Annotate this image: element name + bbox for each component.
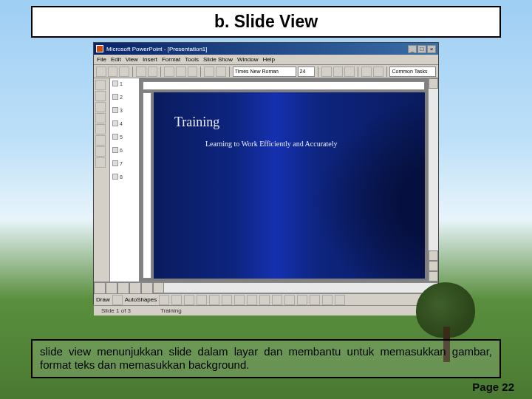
select-icon[interactable] (112, 295, 123, 305)
fillcolor-icon[interactable] (247, 295, 257, 305)
slide-content[interactable]: Training Learning to Work Efficiently an… (154, 92, 425, 279)
autoshapes-menu[interactable]: AutoShapes (125, 296, 157, 303)
menubar: File Edit View Insert Format Tools Slide… (94, 55, 438, 65)
menu-insert[interactable]: Insert (143, 56, 157, 63)
summary-icon[interactable] (95, 146, 106, 157)
demote-icon[interactable] (95, 91, 106, 101)
slide-view-icon[interactable] (117, 282, 129, 294)
show-formatting-icon[interactable] (95, 157, 106, 168)
menu-window[interactable]: Window (237, 56, 258, 63)
line-icon[interactable] (159, 295, 169, 305)
outline-item[interactable]: 2 (112, 94, 137, 100)
linestyle-icon[interactable] (284, 295, 295, 305)
textbox-icon[interactable] (209, 295, 219, 305)
scroll-up-icon[interactable] (429, 78, 438, 89)
oval-icon[interactable] (197, 295, 207, 305)
view-buttons (94, 282, 153, 293)
collapse-icon[interactable] (95, 124, 106, 134)
linecolor-icon[interactable] (259, 295, 270, 305)
outline-item[interactable]: 4 (112, 120, 137, 126)
paste-icon[interactable] (188, 66, 198, 77)
menu-format[interactable]: Format (162, 56, 180, 63)
outline-view-icon[interactable] (106, 282, 117, 294)
outline-item[interactable]: 5 (112, 134, 137, 140)
sorter-view-icon[interactable] (129, 282, 141, 294)
font-name-select[interactable]: Times New Roman (233, 66, 296, 77)
slideshow-view-icon[interactable] (141, 282, 153, 294)
common-tasks[interactable]: Common Tasks (389, 66, 435, 77)
scroll-left-icon[interactable] (154, 283, 164, 293)
outline-item[interactable]: 1 (112, 81, 137, 86)
arrowstyle-icon[interactable] (310, 295, 320, 305)
outline-item[interactable]: 3 (112, 107, 137, 113)
page-number: Page 22 (472, 381, 514, 393)
next-slide-icon[interactable] (429, 271, 438, 282)
draw-menu[interactable]: Draw (96, 296, 110, 303)
move-up-icon[interactable] (95, 102, 106, 112)
menu-slideshow[interactable]: Slide Show (203, 56, 233, 63)
outline-item[interactable]: 8 (112, 174, 137, 180)
description-text: slide view menunjukkan slide dalam layar… (40, 345, 492, 373)
save-icon[interactable] (119, 66, 129, 77)
normal-view-icon[interactable] (94, 282, 106, 294)
fontcolor-icon[interactable] (272, 295, 282, 305)
redo-icon[interactable] (216, 66, 226, 77)
ruler-vertical (143, 92, 151, 279)
promote-icon[interactable] (95, 80, 106, 90)
cut-icon[interactable] (164, 66, 174, 77)
font-size-select[interactable]: 24 (298, 66, 316, 77)
vertical-toolbar (94, 78, 110, 282)
scrollbar-horizontal[interactable] (153, 282, 438, 293)
wordart-icon[interactable] (222, 295, 232, 305)
window-buttons: _ □ × (408, 45, 436, 53)
menu-view[interactable]: View (126, 56, 138, 63)
clipart-icon[interactable] (234, 295, 245, 305)
scrollbar-vertical[interactable] (428, 78, 438, 282)
3d-icon[interactable] (335, 295, 345, 305)
title-box: b. Slide View (31, 6, 501, 38)
shadow-icon[interactable] (322, 295, 332, 305)
underline-icon[interactable] (344, 66, 355, 77)
app-icon (96, 45, 103, 52)
spell-icon[interactable] (148, 66, 158, 77)
copy-icon[interactable] (176, 66, 186, 77)
italic-icon[interactable] (333, 66, 344, 77)
description-box: slide view menunjukkan slide dalam layar… (31, 339, 501, 379)
window-titlebar: Microsoft PowerPoint - [Presentation1] _… (94, 43, 438, 55)
align-center-icon[interactable] (373, 66, 383, 77)
close-button[interactable]: × (427, 45, 436, 53)
workspace: 1 2 3 4 5 6 7 8 Training Learning to Wor… (94, 78, 438, 282)
window-title: Microsoft PowerPoint - [Presentation1] (106, 46, 208, 52)
outline-item[interactable]: 6 (112, 147, 137, 153)
menu-tools[interactable]: Tools (185, 56, 199, 63)
new-icon[interactable] (96, 66, 106, 77)
print-icon[interactable] (136, 66, 146, 77)
slide-title: Training (174, 115, 219, 130)
menu-file[interactable]: File (97, 56, 106, 63)
maximize-button[interactable]: □ (417, 45, 426, 53)
menu-edit[interactable]: Edit (111, 56, 121, 63)
arrow-icon[interactable] (171, 295, 182, 305)
undo-icon[interactable] (204, 66, 214, 77)
outline-item[interactable]: 7 (112, 160, 137, 166)
status-bar: Slide 1 of 3 Training (94, 305, 438, 316)
move-down-icon[interactable] (95, 113, 106, 123)
prev-slide-icon[interactable] (429, 261, 438, 271)
standard-toolbar: Times New Roman 24 Common Tasks (94, 65, 438, 78)
outline-pane[interactable]: 1 2 3 4 5 6 7 8 (110, 78, 140, 282)
menu-help[interactable]: Help (262, 56, 274, 63)
page-title: b. Slide View (33, 12, 499, 32)
slide-body: Learning to Work Efficiently and Accurat… (205, 140, 338, 149)
dashstyle-icon[interactable] (297, 295, 307, 305)
ruler-horizontal (143, 81, 425, 90)
expand-icon[interactable] (95, 135, 106, 146)
scroll-down-icon[interactable] (429, 250, 438, 261)
rectangle-icon[interactable] (184, 295, 194, 305)
minimize-button[interactable]: _ (408, 45, 417, 53)
status-slide-number: Slide 1 of 3 (101, 307, 131, 314)
open-icon[interactable] (108, 66, 118, 77)
bold-icon[interactable] (321, 66, 332, 77)
bottom-bar (94, 282, 438, 293)
powerpoint-screenshot: Microsoft PowerPoint - [Presentation1] _… (93, 42, 439, 304)
align-left-icon[interactable] (361, 66, 372, 77)
